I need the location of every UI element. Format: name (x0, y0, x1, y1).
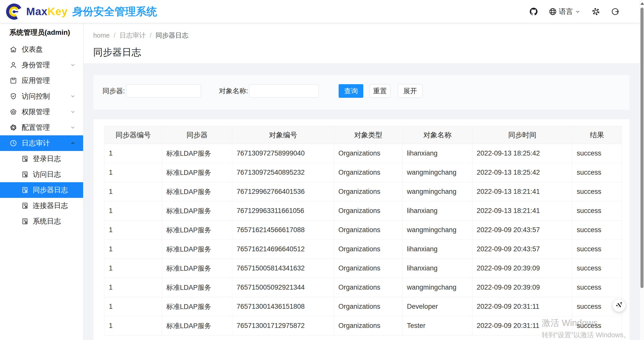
vertical-scrollbar[interactable] (640, 0, 644, 340)
brand-name: MaxKey (26, 6, 68, 18)
home-icon (10, 46, 17, 53)
table-cell: 765713001436151808 (232, 297, 334, 316)
chevron-down-icon (575, 9, 581, 14)
table-cell: Organizations (334, 221, 403, 240)
table-cell: success (572, 221, 622, 240)
synchronizer-input[interactable] (126, 84, 201, 98)
table-cell: 2022-09-09 20:31:11 (472, 297, 572, 316)
sidebar-item-应用管理[interactable]: 应用管理 (0, 73, 83, 88)
breadcrumb-separator: / (114, 32, 115, 39)
theme-wand-button[interactable] (613, 299, 625, 312)
reset-button[interactable]: 重置 (369, 84, 391, 98)
pentagon-icon (10, 108, 17, 116)
table-cell: 1 (105, 316, 162, 335)
table-cell: success (572, 240, 622, 259)
table-cell: 765713001712975872 (232, 316, 334, 335)
table-cell: success (572, 201, 622, 221)
page-header: home/日志审计/同步器日志 同步器日志 (84, 23, 640, 64)
object-name-input[interactable] (249, 84, 319, 98)
app-root: MaxKey 身份安全管理系统 语言 (0, 0, 644, 340)
table-cell: success (572, 182, 622, 201)
table-cell: Organizations (334, 259, 403, 278)
sidebar-item-权限管理[interactable]: 权限管理 (0, 104, 83, 120)
sidebar-item-身份管理[interactable]: 身份管理 (0, 57, 83, 73)
chevron-up-icon (70, 140, 76, 146)
table-cell: 标准LDAP服务 (162, 297, 232, 316)
sidebar-item-同步器日志[interactable]: 同步器日志 (0, 182, 83, 198)
current-user-label: 系统管理员(admin) (0, 23, 83, 42)
gear-icon (10, 124, 17, 131)
table-cell: lihanxiang (403, 240, 472, 259)
column-header-对象类型: 对象类型 (334, 126, 403, 144)
language-label: 语言 (559, 7, 573, 16)
breadcrumb-current: 同步器日志 (156, 31, 188, 40)
table-cell: success (572, 278, 622, 297)
table-cell: 1 (105, 240, 162, 259)
table-cell: lihanxiang (403, 144, 472, 163)
sidebar-item-label: 登录日志 (33, 154, 61, 164)
expand-button[interactable]: 展开 (398, 84, 423, 98)
settings-button[interactable] (592, 7, 600, 16)
sidebar-item-系统日志[interactable]: 系统日志 (0, 213, 83, 229)
table-cell: Organizations (334, 297, 403, 316)
sidebar-item-配置管理[interactable]: 配置管理 (0, 120, 83, 135)
log-icon (21, 186, 29, 194)
table-cell: Organizations (334, 240, 403, 259)
table-cell: Organizations (334, 201, 403, 221)
table-cell: 标准LDAP服务 (162, 182, 232, 201)
table-cell: wangmingchang (403, 163, 472, 182)
table-cell: Organizations (334, 144, 403, 163)
table-row: 1标准LDAP服务765716214696640512Organizations… (105, 240, 622, 259)
table-cell: 2022-09-13 18:25:42 (472, 144, 572, 163)
logout-button[interactable] (611, 8, 619, 16)
sidebar-item-label: 权限管理 (22, 107, 50, 117)
breadcrumb: home/日志审计/同步器日志 (93, 31, 640, 40)
table-cell: 标准LDAP服务 (162, 240, 232, 259)
main-content: home/日志审计/同步器日志 同步器日志 同步器: 对象名称: 查询 重置 展… (84, 23, 640, 340)
table-cell: 767129963311661056 (232, 201, 334, 221)
sidebar-menu: 仪表盘身份管理应用管理访问控制权限管理配置管理日志审计登录日志访问日志同步器日志… (0, 42, 83, 229)
table-cell: 标准LDAP服务 (162, 144, 232, 163)
table-cell: 1 (105, 163, 162, 182)
breadcrumb-link-日志审计[interactable]: 日志审计 (119, 31, 146, 40)
sidebar-item-仪表盘[interactable]: 仪表盘 (0, 42, 83, 57)
header-actions: 语言 (530, 0, 619, 23)
column-header-对象名称: 对象名称 (403, 126, 472, 144)
column-header-结果: 结果 (572, 126, 622, 144)
column-header-同步时间: 同步时间 (472, 126, 572, 144)
table-row: 1标准LDAP服务767130972758999040Organizations… (105, 144, 622, 163)
table-cell: 765715005092921344 (232, 278, 334, 297)
table-cell: 标准LDAP服务 (162, 201, 232, 221)
column-header-对象编号: 对象编号 (232, 126, 334, 144)
table-cell: wangmingchang (403, 221, 472, 240)
object-name-label: 对象名称: (219, 86, 248, 96)
table-cell: 2022-09-13 18:21:41 (472, 182, 572, 201)
sidebar-item-连接器日志[interactable]: 连接器日志 (0, 198, 83, 213)
search-button[interactable]: 查询 (339, 84, 363, 98)
breadcrumb-link-home[interactable]: home (93, 32, 110, 39)
sidebar-item-日志审计[interactable]: 日志审计 (0, 135, 83, 151)
synchronizer-log-table: 同步器编号同步器对象编号对象类型对象名称同步时间结果 1标准LDAP服务7671… (104, 126, 622, 335)
chevron-down-icon (70, 94, 76, 99)
table-row: 1标准LDAP服务767129962766401536Organizations… (105, 182, 622, 201)
clock-icon (10, 139, 17, 147)
table-cell: Organizations (334, 316, 403, 335)
table-cell: Tester (403, 316, 472, 335)
filter-panel: 同步器: 对象名称: 查询 重置 展开 (93, 75, 629, 110)
scrollbar-thumb[interactable] (640, 8, 643, 288)
github-button[interactable] (530, 8, 538, 16)
language-button[interactable]: 语言 (549, 7, 581, 16)
sidebar-item-label: 同步器日志 (33, 185, 68, 195)
table-row: 1标准LDAP服务767129963311661056Organizations… (105, 201, 622, 221)
maxkey-logo-icon (6, 4, 22, 20)
log-icon (21, 155, 29, 163)
table-row: 1标准LDAP服务767130972540895232Organizations… (105, 163, 622, 182)
scrollbar-up-arrow-icon[interactable] (640, 2, 644, 5)
sidebar-item-登录日志[interactable]: 登录日志 (0, 151, 83, 167)
sidebar-item-访问日志[interactable]: 访问日志 (0, 167, 83, 182)
table-cell: wangmingchang (403, 278, 472, 297)
table-cell: 标准LDAP服务 (162, 163, 232, 182)
chevron-down-icon (70, 62, 76, 68)
sidebar-item-访问控制[interactable]: 访问控制 (0, 88, 83, 104)
app-header: MaxKey 身份安全管理系统 语言 (0, 0, 640, 23)
